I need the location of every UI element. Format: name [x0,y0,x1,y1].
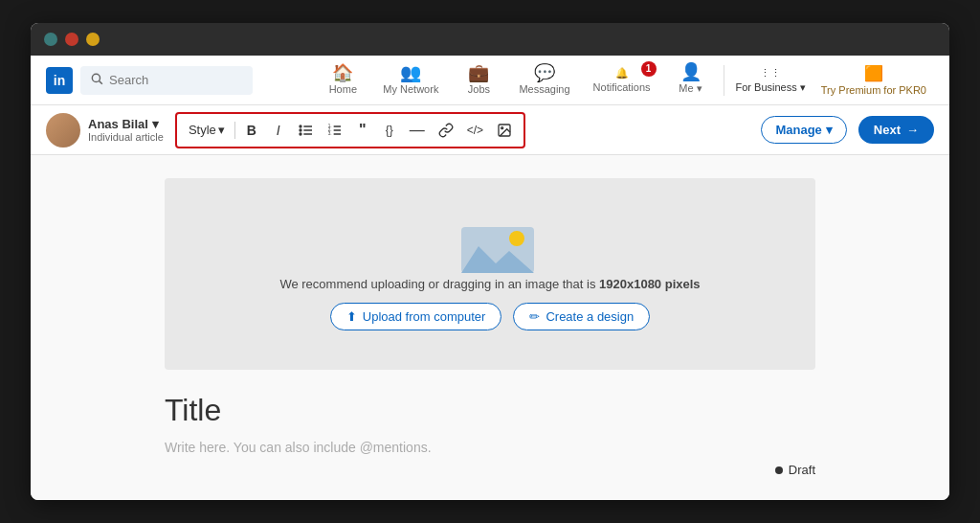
nav-divider [724,65,724,96]
ordered-list-button[interactable]: 1.2.3. [322,118,348,143]
try-premium-label: Try Premium for PKR0 [821,84,926,96]
style-chevron-icon: ▾ [218,123,225,137]
svg-point-0 [92,74,100,81]
premium-icon: 🟧 [864,64,883,82]
italic-button[interactable]: I [266,118,291,143]
linkedin-logo: in [46,67,73,94]
bold-button[interactable]: B [239,118,264,143]
svg-point-15 [501,126,503,128]
manage-button[interactable]: Manage ▾ [761,116,846,144]
linkedin-header: in 🏠 Home 👥 My Network 💼 Jobs [31,56,949,105]
me-icon: 👤 [680,63,702,80]
minimize-button[interactable] [65,33,78,46]
article-toolbar: Anas Bilal ▾ Individual article Style ▾ … [31,105,949,155]
manage-label: Manage [775,123,821,137]
avatar [46,113,80,148]
format-toolbar: Style ▾ B I 1.2.3. " {} — </> [175,112,525,148]
article-title-placeholder[interactable]: Title [165,393,815,428]
upload-from-computer-button[interactable]: ⬆ Upload from computer [330,303,502,330]
nav-messaging[interactable]: 💬 Messaging [507,56,581,105]
next-label: Next [874,123,901,137]
author-subtitle: Individual article [88,131,164,143]
network-icon: 👥 [400,64,421,81]
author-text: Anas Bilal ▾ Individual article [88,117,164,143]
draft-dot-icon [775,466,783,474]
svg-point-18 [509,231,524,246]
draft-label: Draft [789,463,815,477]
network-label: My Network [383,83,438,95]
blockquote-button[interactable]: " [350,118,375,143]
author-dropdown-icon[interactable]: ▾ [152,117,159,131]
main-content: We recommend uploading or dragging in an… [31,155,949,500]
next-arrow-icon: → [906,123,919,137]
search-icon [90,72,103,89]
search-input[interactable] [109,73,243,87]
next-button[interactable]: Next → [858,116,934,144]
notifications-badge: 1 [641,61,657,77]
for-business-button[interactable]: ⋮⋮ For Business ▾ [728,67,813,94]
nav-items: 🏠 Home 👥 My Network 💼 Jobs 💬 Messaging 🔔… [314,56,934,105]
nav-jobs[interactable]: 💼 Jobs [450,56,507,105]
home-label: Home [329,83,357,95]
article-area: We recommend uploading or dragging in an… [165,178,815,477]
nav-network[interactable]: 👥 My Network [371,56,450,105]
try-premium-button[interactable]: 🟧 Try Premium for PKR0 [813,64,934,96]
svg-point-5 [300,125,301,127]
svg-text:3.: 3. [327,131,331,136]
notifications-icon: 🔔 [615,67,629,80]
jobs-label: Jobs [468,83,490,95]
messaging-icon: 💬 [534,64,555,81]
svg-point-6 [300,129,301,131]
home-icon: 🏠 [332,64,353,81]
manage-chevron-icon: ▾ [826,123,833,137]
divider-button[interactable]: — [404,118,431,143]
author-name[interactable]: Anas Bilal ▾ [88,117,164,131]
nav-notifications[interactable]: 🔔 1 Notifications [582,56,662,105]
fmt-divider-1 [234,122,235,139]
article-body-placeholder[interactable]: Write here. You can also include @mentio… [165,440,815,455]
me-label: Me ▾ [679,82,702,95]
search-box[interactable] [80,66,253,95]
traffic-lights-bar [31,23,949,56]
image-button[interactable] [491,118,518,143]
messaging-label: Messaging [519,83,569,95]
style-dropdown[interactable]: Style ▾ [183,120,231,140]
code-embed-button[interactable]: </> [461,118,489,143]
svg-line-1 [100,80,102,83]
nav-me[interactable]: 👤 Me ▾ [662,56,720,105]
nav-home[interactable]: 🏠 Home [314,56,371,105]
design-icon: ✏ [529,309,540,324]
close-button[interactable] [44,33,57,46]
cover-image-buttons: ⬆ Upload from computer ✏ Create a design [330,303,650,330]
draft-area: Draft [165,463,815,477]
upload-icon: ⬆ [346,309,357,324]
author-info: Anas Bilal ▾ Individual article [46,113,164,148]
draft-badge: Draft [775,463,815,477]
unordered-list-button[interactable] [293,118,320,143]
create-a-design-button[interactable]: ✏ Create a design [513,303,650,330]
for-business-icon: ⋮⋮ [760,67,781,80]
notifications-label: Notifications [593,81,651,93]
maximize-button[interactable] [86,33,100,46]
cover-image-box[interactable]: We recommend uploading or dragging in an… [165,178,815,370]
code-button[interactable]: {} [377,118,402,143]
svg-point-7 [300,133,301,135]
jobs-icon: 💼 [468,64,489,81]
link-button[interactable] [433,118,459,143]
cover-image-placeholder-icon [459,217,521,265]
for-business-label: For Business ▾ [736,81,806,94]
cover-image-recommend-text: We recommend uploading or dragging in an… [279,277,700,291]
